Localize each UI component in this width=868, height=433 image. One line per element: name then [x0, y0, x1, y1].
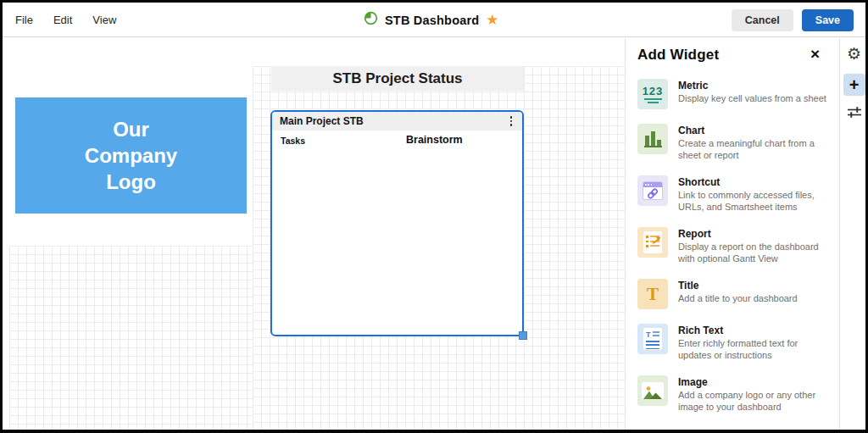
metric-icon: 123: [637, 79, 668, 109]
arrange-sliders-icon[interactable]: [847, 106, 862, 122]
bar-chart-icon: [637, 124, 668, 154]
widget-resize-handle[interactable]: [519, 331, 527, 340]
widget-option-desc: Add a title to your dashboard: [678, 292, 798, 304]
widget-option-name: Chart: [678, 124, 827, 137]
widget-option-name: Title: [678, 279, 798, 292]
widget-option-name: Rich Text: [678, 324, 827, 337]
image-photo-icon: [637, 375, 668, 406]
widget-option-desc: Display a report on the dashboard with o…: [678, 241, 827, 264]
menu-bar: File Edit View: [15, 3, 116, 37]
widget-option-name: Metric: [678, 79, 826, 92]
widget-option-name: Image: [678, 375, 827, 389]
widget-option-title[interactable]: T Title Add a title to your dashboard: [637, 279, 827, 309]
settings-gear-icon[interactable]: ⚙: [847, 45, 861, 64]
widget-option-desc: Link to commonly accessed files, URLs, a…: [678, 189, 827, 213]
widget-option-image[interactable]: Image Add a company logo or any other im…: [637, 375, 827, 413]
widget-option-text: Shortcut Link to commonly accessed files…: [678, 175, 827, 213]
widget-option-text: Title Add a title to your dashboard: [678, 279, 798, 309]
widget-option-desc: Enter richly formatted text for updates …: [678, 337, 827, 361]
menu-file[interactable]: File: [15, 14, 33, 26]
menu-edit[interactable]: Edit: [53, 14, 72, 26]
dashboard-icon: [364, 11, 378, 29]
logo-text-line: Our: [113, 116, 149, 142]
widget-option-text: Rich Text Enter richly formatted text fo…: [678, 324, 827, 361]
top-bar: File Edit View STB Dashboard ★ Cancel Sa…: [3, 3, 865, 37]
report-widget-header: Main Project STB: [272, 112, 522, 130]
save-button[interactable]: Save: [802, 9, 854, 31]
cancel-button[interactable]: Cancel: [732, 9, 793, 31]
title-widget-text: STB Project Status: [332, 70, 462, 87]
widget-option-desc: Add a company logo or any other image to…: [678, 389, 827, 413]
title-T-icon: T: [637, 279, 668, 309]
favorite-star-icon[interactable]: ★: [486, 13, 498, 27]
widget-option-text: Metric Display key cell values from a sh…: [678, 79, 826, 109]
widget-option-text: Image Add a company logo or any other im…: [678, 375, 827, 413]
add-widget-panel: Add Widget × 123 Metric Display key cell…: [625, 38, 839, 433]
widget-option-text: Report Display a report on the dashboard…: [678, 227, 827, 264]
menu-view[interactable]: View: [92, 14, 116, 26]
logo-text-line: Logo: [106, 169, 156, 195]
title-widget[interactable]: STB Project Status: [271, 66, 524, 91]
add-widget-plus-icon[interactable]: +: [843, 74, 865, 96]
panel-header: Add Widget ×: [637, 47, 827, 64]
report-widget-title: Main Project STB: [280, 115, 505, 127]
widget-option-desc: Create a meaningful chart from a sheet o…: [678, 137, 827, 161]
widget-menu-kebab-icon[interactable]: [505, 114, 517, 128]
report-widget-selected[interactable]: Main Project STB Tasks Brainstorm: [270, 110, 524, 336]
document-title: STB Dashboard: [385, 14, 479, 27]
widget-option-richtext[interactable]: T Rich Text Enter richly formatted text …: [637, 324, 827, 361]
widget-option-name: Report: [678, 227, 827, 241]
richtext-glyph: T: [646, 331, 651, 338]
topbar-actions: Cancel Save: [732, 9, 854, 31]
close-icon[interactable]: ×: [810, 47, 820, 62]
title-glyph: T: [647, 284, 659, 305]
logo-text-line: Company: [85, 142, 177, 169]
widget-option-shortcut[interactable]: Shortcut Link to commonly accessed files…: [637, 175, 827, 213]
widget-option-text: Chart Create a meaningful chart from a s…: [678, 124, 827, 161]
widget-option-chart[interactable]: Chart Create a meaningful chart from a s…: [637, 124, 827, 161]
widget-option-desc: Display key cell values from a sheet: [678, 92, 826, 104]
app-window: File Edit View STB Dashboard ★ Cancel Sa…: [0, 0, 868, 433]
widget-option-report[interactable]: Report Display a report on the dashboard…: [637, 227, 827, 264]
metric-digits: 123: [643, 86, 664, 97]
document-title-group: STB Dashboard ★: [364, 3, 499, 37]
dashboard-canvas[interactable]: Our Company Logo STB Project Status Main…: [3, 38, 625, 433]
report-cell-brainstorm: Brainstorm: [406, 134, 463, 146]
rich-text-icon: T: [637, 324, 668, 354]
report-doc-icon: [637, 227, 668, 258]
panel-title: Add Widget: [637, 47, 719, 64]
widget-option-name: Shortcut: [678, 175, 827, 189]
widget-option-metric[interactable]: 123 Metric Display key cell values from …: [637, 79, 827, 109]
report-column-tasks: Tasks: [281, 136, 305, 146]
shortcut-link-icon: [637, 175, 668, 206]
right-toolbar: ⚙ +: [839, 38, 868, 433]
canvas-grid: [9, 246, 253, 433]
company-logo-widget[interactable]: Our Company Logo: [15, 97, 247, 214]
